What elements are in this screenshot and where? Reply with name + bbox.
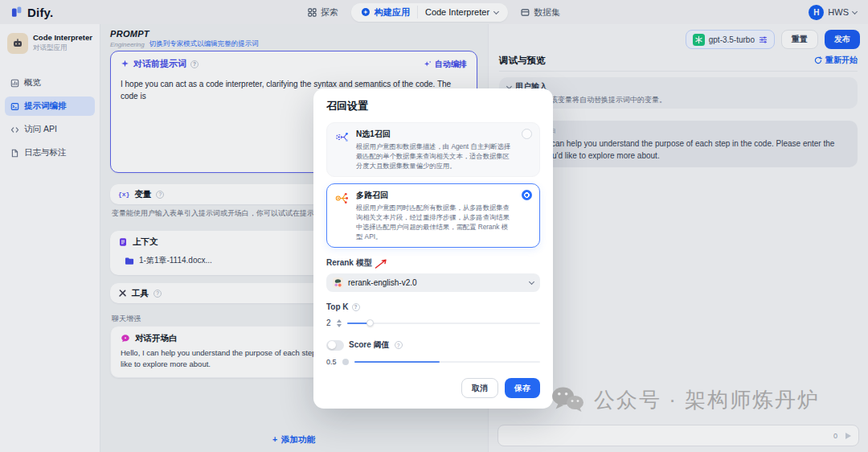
modal-title: 召回设置 xyxy=(326,99,540,113)
rerank-model-label: Rerank 模型 xyxy=(326,257,372,269)
topk-slider-handle[interactable] xyxy=(366,319,374,327)
watermark: 公众号 · 架构师炼丹炉 xyxy=(550,385,820,415)
recall-option-multipath[interactable]: 多路召回 根据用户意图同时匹配所有数据集，从多路数据集查询相关文本片段，经过重排… xyxy=(326,183,540,248)
score-slider-row: 0.5 xyxy=(326,358,540,366)
red-annotation-arrow xyxy=(375,258,388,269)
n-of-1-recall-icon xyxy=(334,129,350,171)
step-down-icon xyxy=(337,324,342,327)
topk-label: Top K xyxy=(326,302,349,311)
rerank-model-value: rerank-english-v2.0 xyxy=(348,278,417,287)
option-title: N选1召回 xyxy=(356,129,514,140)
recall-option-n-of-1[interactable]: N选1召回 根据用户意图和数据集描述，由 Agent 自主判断选择最匹配的单个数… xyxy=(326,122,540,177)
score-slider[interactable] xyxy=(354,361,540,363)
topk-value: 2 xyxy=(326,318,331,327)
chevron-down-icon xyxy=(529,279,534,285)
option-content: 多路召回 根据用户意图同时匹配所有数据集，从多路数据集查询相关文本片段，经过重排… xyxy=(356,190,514,241)
rerank-model-select[interactable]: rerank-english-v2.0 xyxy=(326,273,540,292)
topk-slider-row: 2 xyxy=(326,318,540,327)
score-value: 0.5 xyxy=(326,358,337,366)
score-threshold-toggle[interactable] xyxy=(326,340,344,351)
multipath-recall-icon xyxy=(334,190,350,241)
recall-settings-modal: 召回设置 N选1召回 根据用户意图和数据集描述，由 Agent 自主判断选择最匹… xyxy=(313,88,553,409)
wechat-icon xyxy=(550,385,585,415)
option-content: N选1召回 根据用户意图和数据集描述，由 Agent 自主判断选择最匹配的单个数… xyxy=(356,129,514,171)
save-button[interactable]: 保存 xyxy=(505,378,540,398)
step-up-icon xyxy=(337,319,342,323)
score-slider-fill xyxy=(354,361,440,363)
help-icon[interactable] xyxy=(352,303,360,311)
modal-footer: 取消 保存 xyxy=(326,378,540,398)
radio-unchecked[interactable] xyxy=(522,129,532,139)
topk-slider[interactable] xyxy=(347,323,540,324)
score-slider-handle[interactable] xyxy=(342,359,349,365)
score-threshold-label: Score 阈值 xyxy=(349,339,390,351)
option-description: 根据用户意图同时匹配所有数据集，从多路数据集查询相关文本片段，经过重排序步骤，从… xyxy=(356,203,514,241)
cohere-icon xyxy=(333,277,343,288)
option-description: 根据用户意图和数据集描述，由 Agent 自主判断选择最匹配的单个数据集来查询相… xyxy=(356,142,514,171)
watermark-text: 公众号 · 架构师炼丹炉 xyxy=(594,386,820,414)
score-threshold-row: Score 阈值 xyxy=(326,339,540,351)
rerank-label-row: Rerank 模型 xyxy=(326,257,540,269)
option-title: 多路召回 xyxy=(356,190,514,201)
radio-checked[interactable] xyxy=(522,190,532,200)
topk-stepper[interactable] xyxy=(337,319,342,327)
cancel-button[interactable]: 取消 xyxy=(461,378,498,398)
topk-label-row: Top K xyxy=(326,302,540,311)
help-icon[interactable] xyxy=(395,341,403,349)
